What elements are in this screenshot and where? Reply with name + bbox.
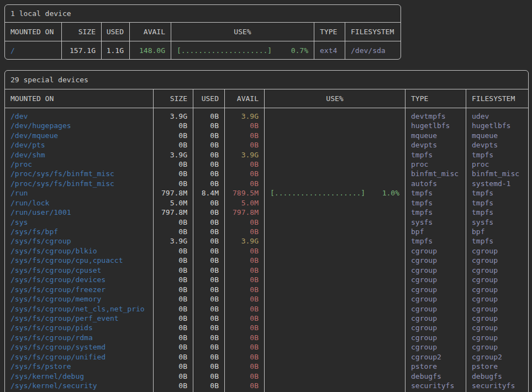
avail-cell: 0B [224,323,264,332]
type-cell: tmpfs [405,150,466,159]
mount-point-cell: /sys/fs/cgroup/systemd [5,342,153,352]
filesystem-row: /sys/fs/cgroup/cpuset0B0B0Bcgroupcgroup [5,266,528,275]
mount-point-cell: / [5,41,61,59]
size-cell: 0B [153,371,193,380]
type-cell: mqueue [405,130,466,140]
size-cell: 0B [153,294,193,304]
size-cell: 0B [153,179,193,188]
usage-bar-cell [264,342,405,352]
usage-bar-cell [264,140,405,150]
used-cell: 0B [193,314,224,323]
mount-point-cell: /sys/kernel/security [5,381,153,392]
usage-bar-cell [264,208,405,217]
size-cell: 0B [153,246,193,256]
type-cell: cgroup [405,284,466,294]
mount-point-cell: /dev/shm [5,150,153,159]
filesystem-cell: cgroup [466,333,529,342]
used-cell: 0B [193,246,224,256]
type-cell: tmpfs [405,208,466,217]
mount-point-cell: /run/lock [5,198,153,208]
size-cell: 0B [153,121,193,130]
filesystem-cell: cgroup [466,275,529,284]
filesystem-cell: cgroup [466,266,529,275]
filesystem-cell: devpts [466,140,529,150]
avail-cell: 789.5M [224,188,264,198]
usage-bar-cell [264,371,405,380]
usage-bar-cell [264,323,405,332]
header-avail: AVAIL [224,89,264,108]
size-cell: 3.9G [153,108,193,121]
usage-bar-cell [264,150,405,159]
filesystem-row: /sys/fs/cgroup3.9G0B3.9Gtmpfstmpfs [5,236,528,246]
usage-bar-cell [264,246,405,256]
avail-cell: 0B [224,121,264,130]
filesystem-cell: proc [466,160,529,169]
usage-bar-cell [264,256,405,265]
size-cell: 0B [153,314,193,323]
used-cell: 0B [193,198,224,208]
type-cell: hugetlbfs [405,121,466,130]
size-cell: 0B [153,381,193,392]
mount-point-cell: /sys/fs/bpf [5,227,153,236]
avail-cell: 3.9G [224,150,264,159]
mount-point-cell: /sys/fs/cgroup [5,236,153,246]
filesystem-row: /dev/pts0B0B0Bdevptsdevpts [5,140,528,150]
filesystem-cell: tmpfs [466,198,529,208]
type-cell: cgroup2 [405,352,466,362]
mount-point-cell: /sys/fs/cgroup/unified [5,352,153,362]
used-cell: 0B [193,179,224,188]
filesystem-cell: tmpfs [466,236,529,246]
type-cell: cgroup [405,275,466,284]
header-type: TYPE [405,89,466,108]
filesystem-row: /sys/fs/cgroup/memory0B0B0Bcgroupcgroup [5,294,528,304]
size-cell: 0B [153,352,193,362]
used-cell: 0B [193,208,224,217]
filesystem-cell: hugetlbfs [466,121,529,130]
usage-bar: [....................] [270,189,365,197]
mount-point-cell: /sys/fs/cgroup/pids [5,323,153,332]
used-cell: 0B [193,227,224,236]
type-cell: cgroup [405,323,466,332]
header-mounted-on: MOUNTED ON [5,23,61,41]
avail-cell: 0B [224,266,264,275]
filesystem-cell: securityfs [466,381,529,392]
filesystem-row: /dev/shm3.9G0B3.9Gtmpfstmpfs [5,150,528,159]
special-table-header: MOUNTED ON SIZE USED AVAIL USE% TYPE FIL… [5,89,528,108]
mount-point-cell: /dev/mqueue [5,130,153,140]
filesystem-row: /dev3.9G0B3.9Gdevtmpfsudev [5,108,528,121]
filesystem-row: /sys0B0B0Bsysfssysfs [5,217,528,226]
avail-cell: 0B [224,284,264,294]
filesystem-cell: cgroup [466,256,529,265]
avail-cell: 0B [224,179,264,188]
filesystem-cell: cgroup2 [466,352,529,362]
usage-bar-cell [264,179,405,188]
size-cell: 3.9G [153,150,193,159]
size-cell: 157.1G [61,41,101,59]
avail-cell: 148.0G [129,41,171,59]
size-cell: 0B [153,130,193,140]
special-table-title: 29 special devices [5,71,528,89]
avail-cell: 0B [224,333,264,342]
filesystem-row: /sys/fs/cgroup/systemd0B0B0Bcgroupcgroup [5,342,528,352]
header-size: SIZE [61,23,101,41]
avail-cell: 0B [224,381,264,392]
mount-point-cell: /proc [5,160,153,169]
header-use-percent: USE% [171,23,314,41]
size-cell: 0B [153,362,193,371]
filesystem-cell: cgroup [466,246,529,256]
used-cell: 0B [193,256,224,265]
avail-cell: 0B [224,342,264,352]
size-cell: 3.9G [153,236,193,246]
size-cell: 0B [153,266,193,275]
header-filesystem: FILESYSTEM [466,89,529,108]
filesystem-cell: cgroup [466,294,529,304]
size-cell: 0B [153,256,193,265]
type-cell: cgroup [405,333,466,342]
mount-point-cell: /sys/fs/cgroup/blkio [5,246,153,256]
usage-percent: 1.0% [382,189,399,197]
filesystem-cell: binfmt_misc [466,169,529,178]
usage-bar-cell [264,227,405,236]
mount-point-cell: /sys/fs/cgroup/net_cls,net_prio [5,304,153,313]
filesystem-cell: tmpfs [466,208,529,217]
used-cell: 8.4M [193,188,224,198]
